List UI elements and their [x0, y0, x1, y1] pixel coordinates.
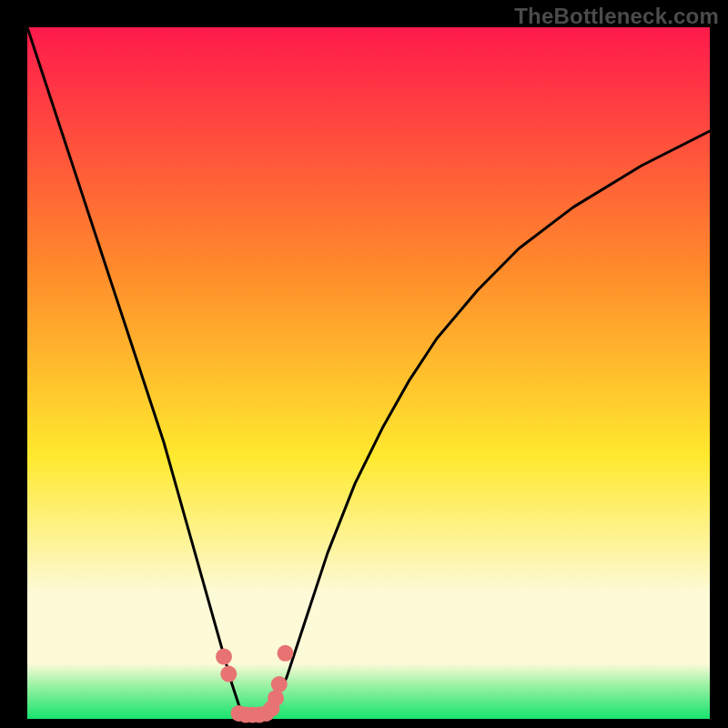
curve-marker: [278, 645, 294, 662]
curve-marker: [216, 649, 232, 665]
curve-marker: [220, 666, 237, 682]
bottleneck-chart: [0, 0, 728, 728]
curve-marker: [271, 676, 288, 693]
curve-marker: [268, 690, 284, 706]
chart-frame: TheBottleneck.com: [0, 0, 728, 728]
chart-plot-area: [27, 27, 710, 719]
watermark-text: TheBottleneck.com: [514, 4, 719, 29]
